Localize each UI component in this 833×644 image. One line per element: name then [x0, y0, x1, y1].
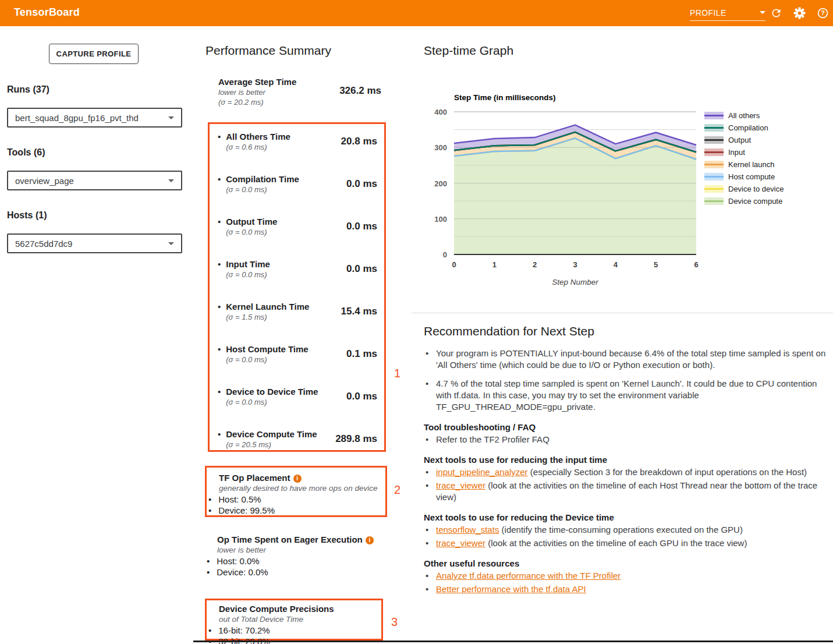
hosts-label: Hosts (1)	[7, 210, 47, 221]
metric-value: 289.8 ms	[335, 433, 377, 445]
tools-select[interactable]: overview_page	[7, 171, 182, 190]
eager-execution-block: Op Time Spent on Eager Executioni lower …	[205, 534, 387, 578]
svg-text:200: 200	[434, 179, 447, 188]
refresh-icon	[770, 7, 782, 19]
recommendation-section-heading: Next tools to use for reducing the input…	[424, 455, 828, 465]
metric-sigma: (σ = 0.0 ms)	[226, 397, 341, 407]
tf-op-placement-title: TF Op Placementi	[219, 472, 385, 483]
eager-execution-title: Op Time Spent on Eager Executioni	[217, 534, 387, 545]
eager-execution-note: lower is better	[217, 545, 387, 555]
recommendation-link[interactable]: input_pipeline_analyzer	[436, 467, 528, 477]
legend-label: Compilation	[728, 123, 768, 132]
recommendation-section-heading: Next tools to use for reducing the Devic…	[424, 512, 828, 522]
metric-item: •Device: 0.0%	[207, 567, 387, 578]
legend-swatch-icon	[704, 173, 724, 181]
legend-item: Host compute	[704, 171, 784, 183]
svg-text:300: 300	[434, 143, 447, 152]
dashboard-selector[interactable]: PROFILE	[690, 5, 765, 21]
recommendation-link[interactable]: Better performance with the tf.data API	[436, 584, 586, 594]
legend-item: Output	[704, 134, 784, 146]
sidebar: CAPTURE PROFILE Runs (37) bert_squad_8gp…	[0, 26, 194, 644]
capture-profile-button[interactable]: CAPTURE PROFILE	[49, 44, 139, 64]
svg-text:3: 3	[573, 260, 577, 269]
metric-sigma: (σ = 0.0 ms)	[226, 355, 341, 365]
perf-summary-row: •Input Time(σ = 0.0 ms)0.0 ms	[218, 259, 377, 279]
info-icon[interactable]: i	[293, 475, 302, 483]
svg-text:?: ?	[821, 9, 825, 16]
legend-item: Device to device	[704, 183, 784, 195]
recommendation-item: Better performance with the tf.data API	[424, 583, 828, 595]
device-precisions-note: out of Total Device Time	[219, 614, 381, 624]
metric-value: 0.1 ms	[346, 348, 377, 360]
bullet-icon: •	[208, 494, 211, 505]
svg-text:400: 400	[434, 108, 447, 116]
step-time-panel: Step-time Graph 01002003004000123456Step…	[412, 26, 833, 644]
metric-label: Compilation Time	[226, 174, 341, 185]
metric-value: 20.8 ms	[341, 136, 377, 147]
metric-label: Device Compute Time	[226, 429, 330, 440]
help-button[interactable]: ?	[816, 6, 830, 20]
bullet-icon: •	[218, 429, 221, 450]
recommendation-link[interactable]: trace_viewer	[436, 480, 485, 490]
legend-label: Kernel launch	[728, 160, 775, 169]
metric-value: 0.0 ms	[346, 221, 377, 232]
recommendation-item: tensorflow_stats (identify the time-cons…	[424, 524, 828, 536]
metric-value: 15.4 ms	[341, 306, 377, 317]
recommendation-section-heading: Tool troubleshooting / FAQ	[424, 422, 828, 432]
perf-summary-row: •All Others Time(σ = 0.6 ms)20.8 ms	[218, 131, 377, 152]
recommendation-title: Recommendation for Next Step	[424, 324, 828, 338]
metric-value: 0.0 ms	[346, 263, 377, 275]
tools-label: Tools (6)	[7, 147, 45, 158]
refresh-button[interactable]	[769, 6, 783, 20]
gear-icon	[793, 7, 806, 19]
svg-text:5: 5	[654, 260, 658, 269]
legend-item: Compilation	[704, 122, 784, 134]
runs-select[interactable]: bert_squad_8gpu_fp16_pvt_thd	[7, 108, 182, 128]
help-icon: ?	[817, 7, 829, 19]
perf-summary-row: •Device to Device Time(σ = 0.0 ms)0.0 ms	[218, 386, 377, 407]
recommendation-link[interactable]: trace_viewer	[436, 538, 485, 548]
recommendation-item: Refer to the TF2 Profiler FAQ	[424, 434, 828, 445]
hosts-select[interactable]: 5627c5dd7dc9	[7, 233, 182, 253]
legend-swatch-icon	[704, 197, 724, 205]
tensorboard-profile-page: TensorBoard PROFILE ?	[0, 0, 833, 644]
perf-summary-row: •Kernel Launch Time(σ = 1.5 ms)15.4 ms	[218, 301, 377, 322]
recommendation-link[interactable]: Analyze tf.data performance with the TF …	[436, 571, 621, 581]
perf-summary-row: •Device Compute Time(σ = 20.5 ms)289.8 m…	[218, 429, 377, 450]
bullet-icon: •	[207, 555, 210, 567]
bullet-icon: •	[208, 505, 211, 516]
annotation-box-1: •All Others Time(σ = 0.6 ms)20.8 ms•Comp…	[208, 122, 386, 452]
bullet-icon: •	[208, 625, 211, 636]
chevron-down-icon	[168, 116, 174, 119]
svg-text:4: 4	[614, 260, 618, 269]
info-icon[interactable]: i	[366, 536, 374, 544]
svg-text:100: 100	[434, 215, 447, 224]
recommendation-item: 4.7 % of the total step time sampled is …	[424, 378, 828, 413]
settings-button[interactable]	[792, 6, 806, 20]
average-step-time-row: Average Step Time lower is better (σ = 2…	[218, 76, 381, 107]
recommendation-body: Your program is POTENTIALLY input-bound …	[424, 348, 828, 595]
svg-text:0: 0	[452, 260, 456, 269]
bullet-icon: •	[218, 386, 221, 407]
bullet-icon: •	[218, 344, 221, 365]
metric-label: Device to Device Time	[226, 386, 341, 397]
metric-label: Host Compute Time	[226, 344, 341, 355]
legend-swatch-icon	[704, 136, 724, 144]
recommendation-link[interactable]: tensorflow_stats	[436, 525, 499, 535]
legend-label: All others	[728, 111, 760, 120]
performance-summary-panel: Performance Summary Average Step Time lo…	[193, 26, 412, 644]
recommendation-section: Recommendation for Next Step Your progra…	[424, 324, 828, 597]
dashboard-selector-value: PROFILE	[690, 8, 726, 17]
bullet-icon: •	[218, 301, 221, 322]
step-time-chart: 01002003004000123456Step Time (in millis…	[431, 87, 722, 297]
metric-sigma: (σ = 0.0 ms)	[226, 227, 341, 237]
metric-label: Output Time	[226, 216, 341, 227]
bullet-icon: •	[218, 259, 221, 279]
recommendation-item: input_pipeline_analyzer (especially Sect…	[424, 466, 828, 478]
legend-label: Input	[728, 148, 745, 157]
annotation-box-2: TF Op Placementi generally desired to ha…	[205, 466, 387, 517]
perf-summary-row: •Output Time(σ = 0.0 ms)0.0 ms	[218, 216, 377, 237]
bullet-icon: •	[218, 131, 221, 152]
chevron-down-icon	[168, 242, 174, 245]
recommendation-item: trace_viewer (look at the activities on …	[424, 480, 828, 503]
